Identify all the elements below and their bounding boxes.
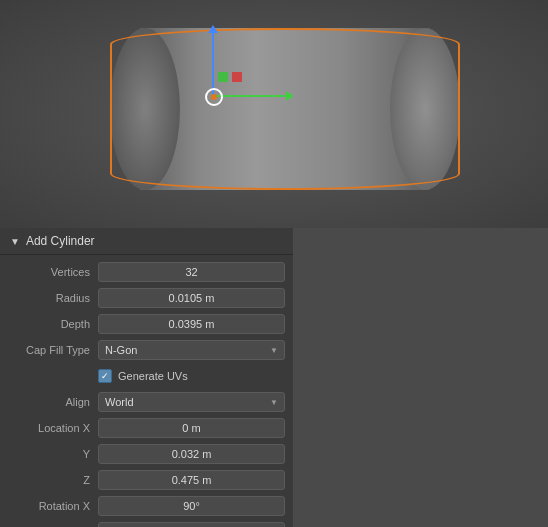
- generate-uvs-row: ✓ Generate UVs: [0, 363, 293, 389]
- cylinder-cap-right: [390, 28, 460, 190]
- x-axis-arrow: [286, 91, 294, 101]
- rotation-x-input[interactable]: 90°: [98, 496, 285, 516]
- radius-label: Radius: [8, 292, 98, 304]
- location-x-input[interactable]: 0 m: [98, 418, 285, 438]
- align-dropdown-arrow-icon: ▼: [270, 398, 278, 407]
- vertices-input[interactable]: 32: [98, 262, 285, 282]
- x-axis: [214, 95, 289, 97]
- cylinder-body: [140, 28, 430, 190]
- generate-uvs-label: Generate UVs: [118, 370, 188, 382]
- location-x-row: Location X 0 m: [0, 415, 293, 441]
- panel-content: Vertices 32 Radius 0.0105 m Depth 0.0395…: [0, 255, 293, 527]
- green-indicator: [218, 72, 228, 82]
- origin-marker: [205, 88, 223, 106]
- location-z-row: Z 0.475 m: [0, 467, 293, 493]
- align-value: World: [105, 396, 134, 408]
- depth-input[interactable]: 0.0395 m: [98, 314, 285, 334]
- cap-fill-type-value: N-Gon: [105, 344, 137, 356]
- location-y-row: Y 0.032 m: [0, 441, 293, 467]
- panel-title: Add Cylinder: [26, 234, 95, 248]
- generate-uvs-checkbox[interactable]: ✓: [98, 369, 112, 383]
- cap-fill-type-dropdown[interactable]: N-Gon ▼: [98, 340, 285, 360]
- 3d-viewport[interactable]: [0, 0, 548, 228]
- vertices-row: Vertices 32: [0, 259, 293, 285]
- rotation-x-row: Rotation X 90°: [0, 493, 293, 519]
- dropdown-arrow-icon: ▼: [270, 346, 278, 355]
- cap-fill-type-label: Cap Fill Type: [8, 344, 98, 356]
- location-y-input[interactable]: 0.032 m: [98, 444, 285, 464]
- z-axis-arrow: [208, 25, 218, 33]
- panel-collapse-arrow[interactable]: ▼: [10, 236, 20, 247]
- cylinder-cap-left: [110, 28, 180, 190]
- rotation-x-label: Rotation X: [8, 500, 98, 512]
- panel-header[interactable]: ▼ Add Cylinder: [0, 228, 293, 255]
- red-indicator: [232, 72, 242, 82]
- cap-fill-type-row: Cap Fill Type N-Gon ▼: [0, 337, 293, 363]
- add-cylinder-panel: ▼ Add Cylinder Vertices 32 Radius 0.0105…: [0, 228, 293, 527]
- align-dropdown[interactable]: World ▼: [98, 392, 285, 412]
- rotation-y-row: Y 0°: [0, 519, 293, 527]
- location-y-label: Y: [8, 448, 98, 460]
- location-z-label: Z: [8, 474, 98, 486]
- align-label: Align: [8, 396, 98, 408]
- z-axis: [212, 30, 214, 95]
- align-row: Align World ▼: [0, 389, 293, 415]
- location-z-input[interactable]: 0.475 m: [98, 470, 285, 490]
- vertices-label: Vertices: [8, 266, 98, 278]
- location-x-label: Location X: [8, 422, 98, 434]
- origin-dot: [211, 94, 217, 100]
- rotation-y-input[interactable]: 0°: [98, 522, 285, 527]
- depth-row: Depth 0.0395 m: [0, 311, 293, 337]
- depth-label: Depth: [8, 318, 98, 330]
- radius-input[interactable]: 0.0105 m: [98, 288, 285, 308]
- radius-row: Radius 0.0105 m: [0, 285, 293, 311]
